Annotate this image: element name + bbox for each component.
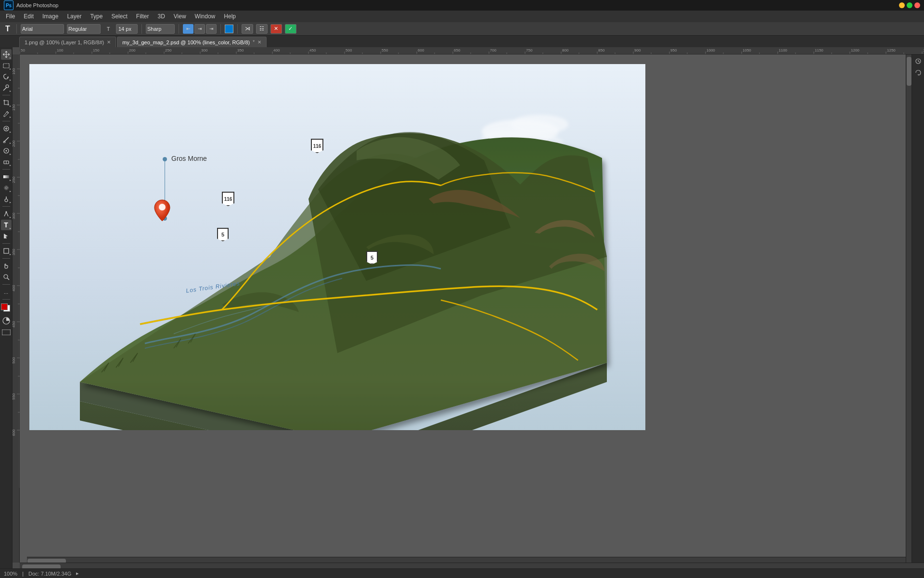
menu-3d[interactable]: 3D <box>154 12 168 21</box>
menu-help[interactable]: Help <box>220 12 240 21</box>
font-style-select[interactable]: Regular <box>67 24 101 34</box>
tool-pen[interactable]: ▸ <box>1 209 12 219</box>
road-sign-116-lower: 116 <box>222 192 234 206</box>
menu-view[interactable]: View <box>170 12 190 21</box>
svg-text:450: 450 <box>13 321 16 328</box>
tool-magic-wand[interactable]: ▸ <box>1 82 12 93</box>
tool-eyedropper[interactable]: ▸ <box>1 108 12 119</box>
toolbar-separator-1 <box>2 95 10 95</box>
toolbar-separator-4 <box>2 206 10 207</box>
tool-blur[interactable]: ▸ <box>1 183 12 193</box>
tool-more[interactable]: … <box>1 287 12 297</box>
menu-filter[interactable]: Filter <box>132 12 153 21</box>
tool-clone[interactable]: ▸ <box>1 145 12 156</box>
tool-shape[interactable]: ▸ <box>1 246 12 256</box>
title-bar-controls[interactable] <box>899 2 920 8</box>
tool-eraser[interactable]: ▸ <box>1 157 12 167</box>
tab-map[interactable]: my_3d_geo_map_2.psd @ 100% (lines_color,… <box>117 37 267 47</box>
right-panel-transform[interactable] <box>913 68 923 78</box>
status-separator: | <box>22 571 24 577</box>
scrollbar-thumb-h[interactable] <box>27 559 66 563</box>
font-size-input[interactable] <box>116 24 138 34</box>
align-left-button[interactable]: ⇤ <box>183 24 193 34</box>
svg-rect-13 <box>3 175 9 178</box>
menu-file[interactable]: File <box>2 12 19 21</box>
svg-text:1050: 1050 <box>743 48 751 53</box>
tab-map-close[interactable]: ✕ <box>257 39 261 45</box>
align-center-button[interactable]: ⇥ <box>194 24 205 34</box>
minimize-button[interactable] <box>899 2 905 8</box>
tool-healing[interactable]: ▸ <box>1 123 12 134</box>
label-dot-top <box>163 157 167 161</box>
svg-text:300: 300 <box>13 212 16 219</box>
tool-move[interactable]: ▸ <box>1 49 12 60</box>
right-panel-history[interactable] <box>913 56 923 66</box>
tool-type[interactable]: T ▸ <box>1 220 12 230</box>
right-scrollbar[interactable] <box>906 54 911 563</box>
svg-text:400: 400 <box>273 48 280 53</box>
warp-text-button[interactable]: ⋊ <box>242 24 253 34</box>
maximize-button[interactable] <box>907 2 912 8</box>
svg-text:650: 650 <box>454 48 461 53</box>
font-family-select[interactable]: Arial <box>21 24 64 34</box>
svg-text:250: 250 <box>165 48 172 53</box>
scrollbar-thumb-v[interactable] <box>907 57 911 86</box>
character-panel-button[interactable]: ☷ <box>256 24 268 34</box>
location-pin <box>154 199 171 225</box>
horizontal-scrollbar[interactable] <box>20 563 918 568</box>
svg-text:550: 550 <box>13 393 16 400</box>
canvas-area: 50 100 150 200 250 300 350 <box>13 47 924 568</box>
tool-gradient[interactable]: ▸ <box>1 171 12 182</box>
h-scrollbar-thumb[interactable] <box>22 565 61 568</box>
canvas-viewport[interactable]: 116 116 5 <box>20 54 911 563</box>
text-color-swatch[interactable] <box>225 25 233 33</box>
svg-text:100: 100 <box>13 68 16 75</box>
menu-select[interactable]: Select <box>107 12 131 21</box>
tool-zoom[interactable] <box>1 272 12 282</box>
toolbar-separator-6 <box>2 258 10 259</box>
color-swatches[interactable] <box>1 303 12 314</box>
bottom-scrollbar[interactable] <box>27 557 906 563</box>
tool-path-select[interactable] <box>1 231 12 241</box>
close-button[interactable] <box>914 2 920 8</box>
foreground-color[interactable] <box>1 303 8 310</box>
tool-brush[interactable]: ▸ <box>1 134 12 145</box>
svg-point-3 <box>6 85 9 88</box>
tool-crop[interactable]: ▸ <box>1 97 12 108</box>
cancel-text-button[interactable]: ✕ <box>270 24 282 34</box>
svg-rect-24 <box>2 330 10 335</box>
svg-text:1250: 1250 <box>887 48 896 53</box>
tab-1png-close[interactable]: ✕ <box>107 39 111 45</box>
main-layout: ▸ ▸ ▸ ▸ ▸ ▸ ▸ ▸ <box>0 47 924 568</box>
terrain-map <box>29 64 645 430</box>
menu-layer[interactable]: Layer <box>63 12 85 21</box>
tool-hand[interactable] <box>1 261 12 271</box>
menu-edit[interactable]: Edit <box>20 12 38 21</box>
title-bar: Ps Adobe Photoshop <box>0 0 924 11</box>
quick-mask-button[interactable] <box>2 316 11 327</box>
antialias-select[interactable]: Sharp Smooth Crisp Strong None <box>146 24 175 34</box>
tool-select-rect[interactable]: ▸ <box>1 60 12 71</box>
svg-text:350: 350 <box>237 48 244 53</box>
corner-box <box>918 563 924 568</box>
tool-lasso[interactable]: ▸ <box>1 71 12 82</box>
menu-type[interactable]: Type <box>86 12 106 21</box>
svg-point-14 <box>4 186 8 190</box>
svg-point-20 <box>4 275 8 278</box>
tab-1png[interactable]: 1.png @ 100% (Layer 1, RGB/8#) ✕ <box>19 37 116 47</box>
commit-text-button[interactable]: ✓ <box>285 24 296 34</box>
status-expand[interactable]: ▸ <box>76 570 79 577</box>
screen-mode-button[interactable] <box>2 328 11 337</box>
menu-image[interactable]: Image <box>38 12 62 21</box>
align-right-button[interactable]: ⇥ <box>206 24 217 34</box>
toolbar-separator-8 <box>2 299 10 300</box>
svg-text:200: 200 <box>129 48 136 53</box>
separator-3 <box>179 24 179 34</box>
toolbar-separator-2 <box>2 121 10 121</box>
svg-text:550: 550 <box>382 48 388 53</box>
menu-window[interactable]: Window <box>191 12 219 21</box>
horizontal-scrollbar-row <box>20 563 924 568</box>
canvas-document[interactable]: 116 116 5 <box>29 64 645 430</box>
status-bar: 100% | Doc: 7.10M/2.34G ▸ <box>0 568 924 578</box>
tool-dodge[interactable]: ▸ <box>1 194 12 204</box>
